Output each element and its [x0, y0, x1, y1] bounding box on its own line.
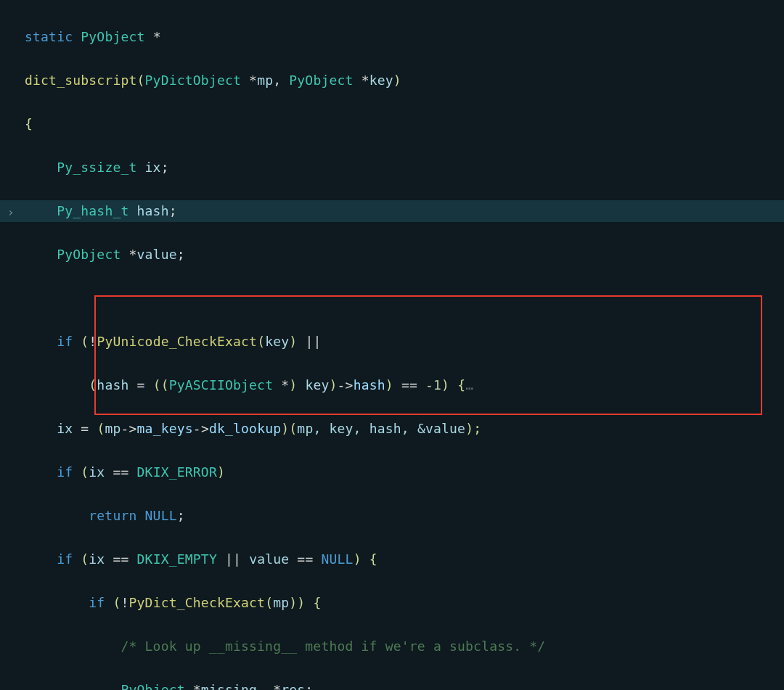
code-line: PyObject *missing, *res; — [25, 679, 674, 690]
code-line: dict_subscript(PyDictObject *mp, PyObjec… — [25, 70, 674, 91]
code-area[interactable]: static PyObject * dict_subscript(PyDictO… — [25, 4, 674, 690]
code-line — [25, 287, 674, 309]
code-line: Py_hash_t hash; — [25, 200, 674, 222]
code-line: if (ix == DKIX_EMPTY || value == NULL) { — [25, 549, 674, 570]
editor-gutter: › — [0, 0, 25, 690]
code-line: if (!PyDict_CheckExact(mp)) { — [25, 592, 674, 614]
code-line: { — [25, 113, 674, 135]
code-line: (hash = ((PyASCIIObject *) key)->hash) =… — [25, 374, 674, 396]
code-line: PyObject *value; — [25, 244, 674, 266]
code-line: static PyObject * — [25, 26, 674, 48]
code-line: /* Look up __missing__ method if we're a… — [25, 636, 674, 657]
fold-chevron-icon[interactable]: › — [7, 205, 15, 219]
code-editor[interactable]: › static PyObject * dict_subscript(PyDic… — [0, 0, 784, 690]
code-line: Py_ssize_t ix; — [25, 157, 674, 178]
code-line: if (!PyUnicode_CheckExact(key) || — [25, 331, 674, 353]
code-line: ix = (mp->ma_keys->dk_lookup)(mp, key, h… — [25, 418, 674, 440]
code-line: return NULL; — [25, 505, 674, 527]
code-line: if (ix == DKIX_ERROR) — [25, 461, 674, 483]
